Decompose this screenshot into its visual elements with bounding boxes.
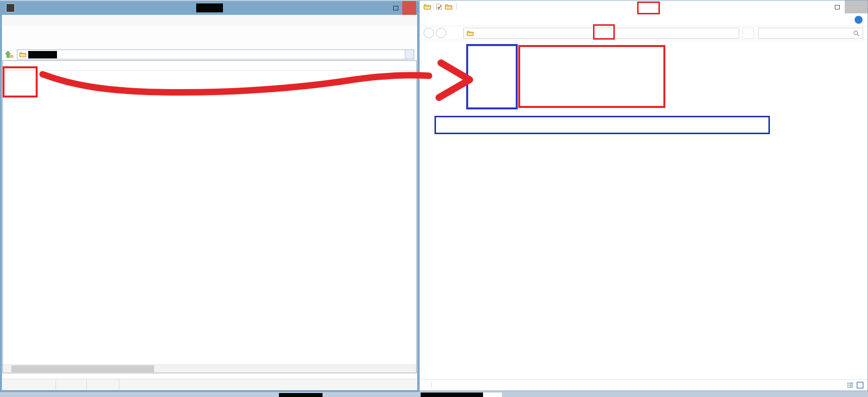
explorer-window-title xyxy=(420,0,868,14)
7zip-statusbar xyxy=(2,379,417,390)
thumbnail-view-icon[interactable] xyxy=(857,382,864,389)
combobox-dropdown-icon[interactable] xyxy=(405,50,414,59)
redaction-box xyxy=(28,51,57,58)
separator xyxy=(431,382,432,389)
archive-file-list xyxy=(2,60,417,373)
7zip-window-title xyxy=(2,3,417,12)
folder-icon xyxy=(467,30,474,36)
minimize-button[interactable] xyxy=(377,1,389,15)
explorer-content xyxy=(420,41,868,379)
redaction-box xyxy=(421,393,483,397)
maximize-button[interactable] xyxy=(830,0,845,13)
scroll-right-icon[interactable] xyxy=(408,365,416,373)
7zip-toolbar xyxy=(2,26,417,49)
archive-path-combobox[interactable] xyxy=(17,50,414,59)
address-bar-row xyxy=(420,26,868,40)
scrollbar-thumb[interactable] xyxy=(11,365,154,372)
explorer-titlebar[interactable] xyxy=(420,0,868,14)
minimize-button[interactable] xyxy=(815,0,830,13)
details-view-icon[interactable] xyxy=(847,382,854,389)
maximize-button[interactable] xyxy=(389,1,402,15)
close-button[interactable] xyxy=(845,0,868,13)
7zip-app-icon xyxy=(6,3,15,12)
search-icon[interactable] xyxy=(853,30,860,37)
scroll-left-icon[interactable] xyxy=(3,365,11,373)
desktop xyxy=(0,0,868,397)
7zip-titlebar[interactable] xyxy=(2,1,417,15)
horizontal-scrollbar[interactable] xyxy=(3,364,416,373)
list-column-headers xyxy=(3,61,416,71)
forward-button[interactable] xyxy=(436,28,446,38)
ribbon-tabs xyxy=(420,14,868,26)
redaction-box xyxy=(279,393,323,397)
refresh-button[interactable] xyxy=(742,28,754,39)
taskbar-fragment xyxy=(483,393,502,397)
7zip-menubar xyxy=(2,15,417,26)
explorer-statusbar xyxy=(420,379,868,391)
status-selected-count xyxy=(2,379,56,390)
navigation-pane xyxy=(420,41,469,379)
search-box[interactable] xyxy=(758,28,863,39)
back-button[interactable] xyxy=(424,28,434,38)
up-level-icon[interactable] xyxy=(5,50,14,58)
7zip-path-row xyxy=(2,49,417,60)
help-icon[interactable] xyxy=(855,16,863,24)
archive-icon xyxy=(19,51,26,57)
close-button[interactable] xyxy=(402,1,416,15)
address-bar[interactable] xyxy=(463,28,739,39)
redaction-box xyxy=(196,3,223,12)
explorer-window xyxy=(419,0,868,391)
7zip-window xyxy=(0,1,419,392)
